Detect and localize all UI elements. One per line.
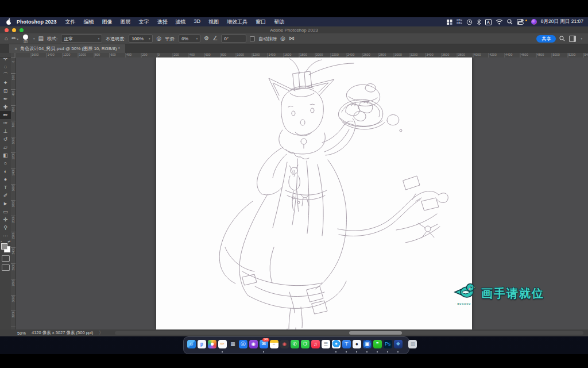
color-swatches[interactable]: ▪ ⇄ [1, 242, 10, 252]
pressure-opacity-icon[interactable]: ◎ [156, 36, 161, 41]
dock-keynote[interactable]: ⊤ [342, 338, 351, 354]
scrollbar-thumb[interactable] [349, 331, 402, 335]
workspace-switcher-icon[interactable] [569, 36, 576, 42]
path-select-tool[interactable]: ► [0, 200, 11, 208]
menu-选择[interactable]: 选择 [153, 18, 172, 26]
pencil-tool[interactable]: ✏ [0, 111, 11, 119]
history-brush-tool[interactable]: ↺ [0, 135, 11, 143]
brush-angle-input[interactable]: 0° [221, 34, 246, 43]
more-tools[interactable]: ⋯ [0, 232, 11, 240]
brush-tip-preview [23, 34, 28, 40]
blend-mode-select[interactable]: 正常 ▾ [61, 34, 102, 43]
dock-photoshop[interactable]: Ps [383, 338, 393, 354]
close-tab-icon[interactable]: × [14, 46, 17, 52]
eraser-tool[interactable]: ▱ [0, 143, 11, 151]
menu-3D[interactable]: 3D [190, 18, 205, 26]
control-center-icon[interactable] [517, 19, 524, 25]
dock-cloud-drive[interactable]: ❖ [393, 338, 403, 354]
status-chevron-icon[interactable]: 〉 [99, 330, 103, 336]
share-button[interactable]: 共享 [536, 35, 556, 43]
workspace-search-icon[interactable] [559, 36, 565, 41]
menu-视图[interactable]: 视图 [204, 18, 223, 26]
dock-safari[interactable]: ✦ [331, 338, 341, 354]
search-icon[interactable] [507, 19, 513, 25]
shape-tool[interactable]: ▭ [0, 208, 11, 216]
lasso-tool[interactable]: ⌒ [0, 71, 11, 79]
apple-menu-icon[interactable] [6, 18, 12, 25]
active-app-name[interactable]: Photoshop 2023 [16, 19, 61, 25]
smudge-tool[interactable]: ● [0, 175, 11, 183]
magic-wand-tool[interactable]: ✦ [0, 79, 11, 87]
document-canvas[interactable] [156, 57, 472, 329]
dock-app-p[interactable]: p [197, 338, 207, 354]
dock-launchpad[interactable]: ▦ [228, 338, 238, 354]
menu-窗口[interactable]: 窗口 [252, 18, 270, 26]
app-store-icon: Ⓐ [239, 340, 247, 348]
mixer-brush-tool[interactable]: ✑ [0, 119, 11, 127]
canvas-viewport[interactable]: · BUGUOU · 画手请就位 [16, 57, 588, 329]
blur-tool[interactable]: ○ [0, 159, 11, 167]
network-speed-indicator[interactable]: KB/s KB/s [457, 19, 462, 25]
clock-status-icon[interactable] [466, 19, 473, 25]
healing-brush-tool[interactable]: ✚ [0, 103, 11, 111]
menu-图像[interactable]: 图像 [98, 18, 117, 26]
menu-增效工具[interactable]: 增效工具 [223, 18, 252, 26]
dock-photo-booth[interactable]: ◉ [280, 338, 289, 354]
bluetooth-icon[interactable] [477, 19, 481, 25]
menu-文字[interactable]: 文字 [135, 18, 153, 26]
brush-tool-icon[interactable]: ✏▾ [11, 36, 18, 42]
input-source-icon[interactable]: A [485, 19, 492, 25]
app-status-icon[interactable] [447, 20, 452, 25]
clone-stamp-tool[interactable]: ⊥ [0, 127, 11, 135]
menu-bar-clock[interactable]: 8月20日 周日 21:07 [541, 18, 583, 25]
marquee-tool[interactable]: ◌ [0, 63, 11, 71]
opacity-input[interactable]: 100% ▾ [129, 34, 153, 43]
smoothing-input[interactable]: 0% ▾ [179, 34, 200, 43]
dock-finder[interactable]: ☺ [187, 338, 196, 354]
pen-tool[interactable]: ✐ [0, 191, 11, 200]
dock-qq[interactable]: ● [352, 338, 362, 354]
menu-文件[interactable]: 文件 [61, 18, 80, 26]
menu-帮助[interactable]: 帮助 [270, 18, 288, 26]
airbrush-icon[interactable]: ◎ [280, 36, 285, 41]
eyedropper-tool[interactable]: ✒ [0, 95, 11, 103]
zoom-tool[interactable]: ⚲ [0, 224, 11, 232]
dock-mail[interactable]: ✉149 [259, 338, 269, 354]
type-tool[interactable]: T [0, 183, 11, 191]
dock-notes[interactable]: ≡ [269, 338, 279, 354]
dock-sketch-app[interactable]: ✏ [218, 338, 227, 354]
quick-mask-button[interactable] [2, 255, 10, 262]
brush-settings-panel-icon[interactable]: ▤ [38, 36, 43, 41]
crop-tool[interactable]: ⊡ [0, 87, 11, 95]
foreground-color-swatch[interactable] [1, 243, 7, 250]
menu-图层[interactable]: 图层 [117, 18, 135, 26]
horizontal-scrollbar[interactable] [115, 331, 583, 335]
menu-编辑[interactable]: 编辑 [80, 18, 98, 26]
brush-preset-picker[interactable]: 125 [23, 34, 28, 43]
siri-icon[interactable] [531, 19, 537, 25]
dock-wechat[interactable]: ❞ [373, 338, 382, 354]
gradient-tool[interactable]: ◧ [0, 151, 11, 159]
swap-colors-icon[interactable]: ⇄ [7, 239, 10, 243]
dock-music[interactable]: ♫ [311, 338, 320, 354]
home-icon[interactable]: ⌂ [5, 36, 8, 41]
hand-tool[interactable]: ✣ [0, 216, 11, 224]
wifi-icon[interactable] [496, 19, 503, 25]
auto-erase-checkbox[interactable] [250, 36, 255, 41]
menu-滤镜[interactable]: 滤镜 [172, 18, 190, 26]
document-tab[interactable]: × 角色设计04_拷贝.psd @ 50% (图层 10, RGB/8) * [9, 44, 125, 53]
dock-reminders[interactable]: ☰ [321, 338, 331, 354]
dock-facetime[interactable]: ✆ [290, 338, 300, 354]
dock-photos[interactable] [207, 338, 217, 354]
symmetry-icon[interactable]: ⋈ [289, 36, 295, 41]
dock-app-store[interactable]: Ⓐ [238, 338, 248, 354]
dock-messages[interactable]: ❍ [300, 338, 310, 354]
dodge-tool[interactable]: ◐ [0, 167, 11, 175]
dock-trash[interactable]: ▥ [408, 338, 418, 354]
dock-gallery[interactable]: ▣ [362, 338, 372, 354]
smoothing-gear-icon[interactable]: ⚙ [204, 36, 209, 41]
vertical-ruler[interactable]: 0200400600800100012001400160018002000220… [11, 57, 16, 329]
dock-podcasts[interactable]: ◉ [249, 338, 258, 354]
screen-mode-button[interactable] [2, 264, 10, 271]
zoom-level-value[interactable]: 50% [17, 331, 26, 336]
